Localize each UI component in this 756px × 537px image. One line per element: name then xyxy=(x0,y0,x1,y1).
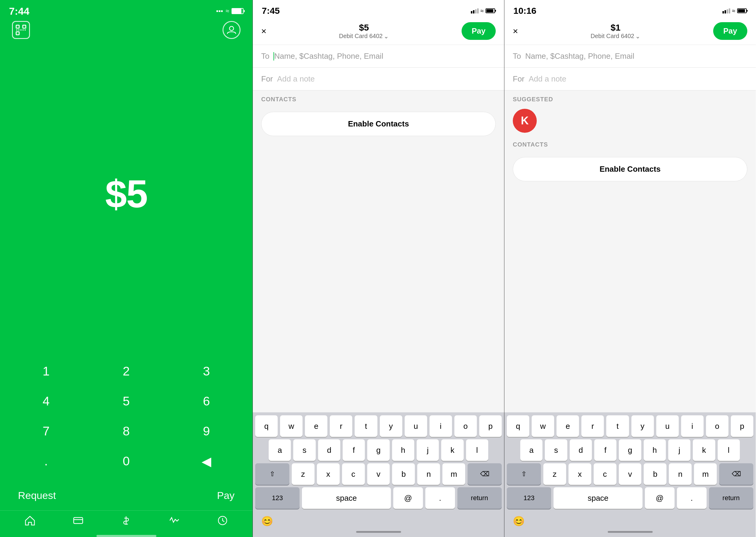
key-8[interactable]: 8 xyxy=(90,418,162,445)
key-a-2[interactable]: a xyxy=(269,439,291,461)
to-input-3[interactable]: Name, $Cashtag, Phone, Email xyxy=(525,52,747,61)
key-r-3[interactable]: r xyxy=(582,415,604,437)
key-dot[interactable]: . xyxy=(10,448,82,475)
return-key-2[interactable]: return xyxy=(457,487,502,509)
key-o-3[interactable]: o xyxy=(706,415,729,437)
key-k-3[interactable]: k xyxy=(693,439,715,461)
key-y-2[interactable]: y xyxy=(380,415,402,437)
period-key-3[interactable]: . xyxy=(677,487,706,509)
nav-clock[interactable] xyxy=(217,515,228,526)
key-l-2[interactable]: l xyxy=(466,439,488,461)
key-u-3[interactable]: u xyxy=(656,415,679,437)
space-key-2[interactable]: space xyxy=(302,487,391,509)
backspace-key-2[interactable]: ⌫ xyxy=(468,463,502,485)
numbers-key-2[interactable]: 123 xyxy=(255,487,299,509)
emoji-key-3[interactable]: 😊 xyxy=(513,516,525,527)
key-w-2[interactable]: w xyxy=(280,415,303,437)
key-c-2[interactable]: c xyxy=(342,463,365,485)
key-1[interactable]: 1 xyxy=(10,358,82,385)
key-q-2[interactable]: q xyxy=(255,415,278,437)
return-key-3[interactable]: return xyxy=(709,487,753,509)
key-0[interactable]: 0 xyxy=(90,448,162,475)
key-e-2[interactable]: e xyxy=(305,415,327,437)
key-f-3[interactable]: f xyxy=(594,439,617,461)
key-s-3[interactable]: s xyxy=(545,439,567,461)
key-t-2[interactable]: t xyxy=(355,415,377,437)
key-f-2[interactable]: f xyxy=(343,439,365,461)
key-s-2[interactable]: s xyxy=(293,439,316,461)
suggested-avatar-k[interactable]: K xyxy=(513,109,537,133)
key-o-2[interactable]: o xyxy=(454,415,477,437)
key-i-3[interactable]: i xyxy=(681,415,703,437)
request-button[interactable]: Request xyxy=(18,490,56,501)
pay-button-2[interactable]: Pay xyxy=(462,22,496,40)
shift-key-2[interactable]: ⇧ xyxy=(255,463,289,485)
key-g-2[interactable]: g xyxy=(367,439,389,461)
key-b-2[interactable]: b xyxy=(392,463,415,485)
key-d-3[interactable]: d xyxy=(570,439,592,461)
key-p-2[interactable]: p xyxy=(479,415,502,437)
nav-dollar[interactable] xyxy=(121,515,132,526)
key-v-2[interactable]: v xyxy=(367,463,390,485)
to-input-2[interactable]: Name, $Cashtag, Phone, Email xyxy=(274,52,496,61)
key-z-2[interactable]: z xyxy=(292,463,315,485)
key-q-3[interactable]: q xyxy=(507,415,529,437)
key-t-3[interactable]: t xyxy=(606,415,629,437)
at-key-2[interactable]: @ xyxy=(393,487,423,509)
to-row-2[interactable]: To Name, $Cashtag, Phone, Email xyxy=(253,45,504,68)
nav-activity[interactable] xyxy=(169,515,180,526)
backspace-key-3[interactable]: ⌫ xyxy=(719,463,753,485)
period-key-2[interactable]: . xyxy=(425,487,455,509)
key-3[interactable]: 3 xyxy=(170,358,242,385)
for-row-3[interactable]: For Add a note xyxy=(505,68,756,91)
key-b-3[interactable]: b xyxy=(644,463,666,485)
for-row-2[interactable]: For Add a note xyxy=(253,68,504,91)
nav-home[interactable] xyxy=(24,515,35,526)
keyboard-3[interactable]: q w e r t y u i o p a s d f g h j k l ⇧ … xyxy=(505,412,756,513)
key-m-2[interactable]: m xyxy=(442,463,465,485)
key-p-3[interactable]: p xyxy=(731,415,753,437)
key-5[interactable]: 5 xyxy=(90,388,162,415)
key-m-3[interactable]: m xyxy=(694,463,717,485)
key-d-2[interactable]: d xyxy=(318,439,340,461)
pay-button-3[interactable]: Pay xyxy=(713,22,747,40)
key-2[interactable]: 2 xyxy=(90,358,162,385)
key-backspace[interactable]: ◀ xyxy=(170,448,242,475)
key-n-2[interactable]: n xyxy=(417,463,440,485)
close-button-3[interactable]: × xyxy=(513,26,518,36)
key-i-2[interactable]: i xyxy=(430,415,452,437)
key-u-2[interactable]: u xyxy=(405,415,427,437)
key-z-3[interactable]: z xyxy=(543,463,566,485)
shift-key-3[interactable]: ⇧ xyxy=(507,463,541,485)
at-key-3[interactable]: @ xyxy=(645,487,674,509)
key-e-3[interactable]: e xyxy=(556,415,579,437)
key-6[interactable]: 6 xyxy=(170,388,242,415)
key-g-3[interactable]: g xyxy=(619,439,641,461)
key-w-3[interactable]: w xyxy=(532,415,554,437)
numbers-key-3[interactable]: 123 xyxy=(507,487,551,509)
key-n-3[interactable]: n xyxy=(669,463,692,485)
key-h-2[interactable]: h xyxy=(392,439,414,461)
key-h-3[interactable]: h xyxy=(644,439,666,461)
key-j-3[interactable]: j xyxy=(668,439,690,461)
key-x-2[interactable]: x xyxy=(317,463,340,485)
key-k-2[interactable]: k xyxy=(441,439,463,461)
scan-icon[interactable] xyxy=(12,21,30,39)
to-row-3[interactable]: To Name, $Cashtag, Phone, Email xyxy=(505,45,756,68)
key-r-2[interactable]: r xyxy=(330,415,352,437)
key-c-3[interactable]: c xyxy=(594,463,617,485)
key-l-3[interactable]: l xyxy=(718,439,740,461)
nav-card[interactable] xyxy=(73,515,84,526)
keyboard-2[interactable]: q w e r t y u i o p a s d f g h j k l ⇧ … xyxy=(253,412,504,513)
key-7[interactable]: 7 xyxy=(10,418,82,445)
emoji-key-2[interactable]: 😊 xyxy=(261,516,273,527)
key-9[interactable]: 9 xyxy=(170,418,242,445)
pay-button-main[interactable]: Pay xyxy=(217,490,235,501)
space-key-3[interactable]: space xyxy=(553,487,642,509)
enable-contacts-button-2[interactable]: Enable Contacts xyxy=(261,112,496,136)
key-y-3[interactable]: y xyxy=(631,415,654,437)
key-a-3[interactable]: a xyxy=(520,439,543,461)
key-j-2[interactable]: j xyxy=(417,439,439,461)
profile-icon[interactable] xyxy=(223,21,241,39)
key-x-3[interactable]: x xyxy=(569,463,591,485)
